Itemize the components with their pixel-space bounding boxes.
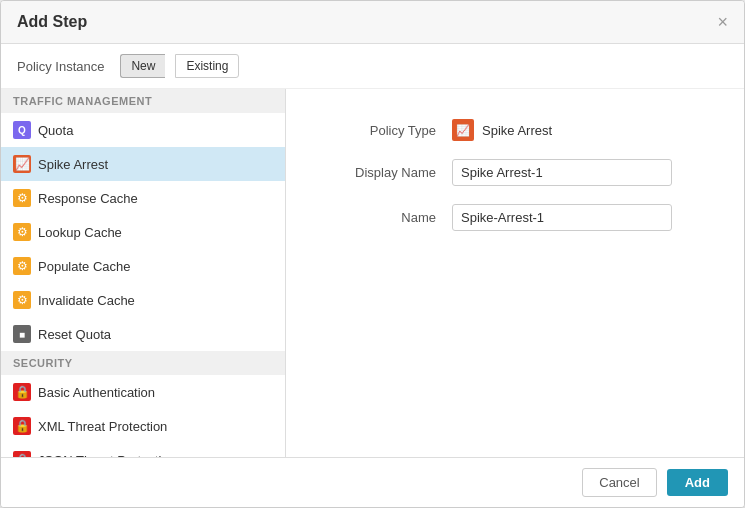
xml-threat-icon: 🔒 [13,417,31,435]
name-row: Name [326,204,704,231]
main-panel: Policy Type 📈 Spike Arrest Display Name … [286,89,744,457]
dialog-body: Policy Instance New Existing TRAFFIC MAN… [1,44,744,457]
populate-cache-label: Populate Cache [38,259,131,274]
policy-type-display: 📈 Spike Arrest [452,119,552,141]
sidebar-item-populate-cache[interactable]: ⚙ Populate Cache [1,249,285,283]
quota-label: Quota [38,123,73,138]
new-button[interactable]: New [120,54,165,78]
reset-quota-label: Reset Quota [38,327,111,342]
close-button[interactable]: × [717,13,728,31]
policy-instance-label: Policy Instance [17,59,104,74]
sidebar-item-json-threat[interactable]: 🔒 JSON Threat Protection [1,443,285,457]
dialog-footer: Cancel Add [1,457,744,507]
sidebar: TRAFFIC MANAGEMENT Q Quota 📈 Spike Arres… [1,89,286,457]
content-area: TRAFFIC MANAGEMENT Q Quota 📈 Spike Arres… [1,89,744,457]
sidebar-item-xml-threat[interactable]: 🔒 XML Threat Protection [1,409,285,443]
response-cache-icon: ⚙ [13,189,31,207]
invalidate-cache-label: Invalidate Cache [38,293,135,308]
add-button[interactable]: Add [667,469,728,496]
display-name-row: Display Name [326,159,704,186]
name-label: Name [326,210,436,225]
basic-auth-icon: 🔒 [13,383,31,401]
sidebar-item-invalidate-cache[interactable]: ⚙ Invalidate Cache [1,283,285,317]
section-header-security: SECURITY [1,351,285,375]
cancel-button[interactable]: Cancel [582,468,656,497]
quota-icon: Q [13,121,31,139]
display-name-label: Display Name [326,165,436,180]
lookup-cache-label: Lookup Cache [38,225,122,240]
name-input[interactable] [452,204,672,231]
response-cache-label: Response Cache [38,191,138,206]
policy-type-icon: 📈 [452,119,474,141]
basic-auth-label: Basic Authentication [38,385,155,400]
add-step-dialog: Add Step × Policy Instance New Existing … [0,0,745,508]
invalidate-cache-icon: ⚙ [13,291,31,309]
populate-cache-icon: ⚙ [13,257,31,275]
policy-type-label: Policy Type [326,123,436,138]
sidebar-item-quota[interactable]: Q Quota [1,113,285,147]
sidebar-item-reset-quota[interactable]: ■ Reset Quota [1,317,285,351]
existing-button[interactable]: Existing [175,54,239,78]
xml-threat-label: XML Threat Protection [38,419,167,434]
spike-arrest-icon: 📈 [13,155,31,173]
sidebar-item-basic-auth[interactable]: 🔒 Basic Authentication [1,375,285,409]
spike-arrest-label: Spike Arrest [38,157,108,172]
policy-instance-row: Policy Instance New Existing [1,44,744,89]
sidebar-item-lookup-cache[interactable]: ⚙ Lookup Cache [1,215,285,249]
policy-type-row: Policy Type 📈 Spike Arrest [326,119,704,141]
reset-quota-icon: ■ [13,325,31,343]
sidebar-item-spike-arrest[interactable]: 📈 Spike Arrest [1,147,285,181]
sidebar-item-response-cache[interactable]: ⚙ Response Cache [1,181,285,215]
dialog-header: Add Step × [1,1,744,44]
display-name-input[interactable] [452,159,672,186]
section-header-traffic: TRAFFIC MANAGEMENT [1,89,285,113]
policy-type-value: Spike Arrest [482,123,552,138]
dialog-title: Add Step [17,13,87,31]
lookup-cache-icon: ⚙ [13,223,31,241]
